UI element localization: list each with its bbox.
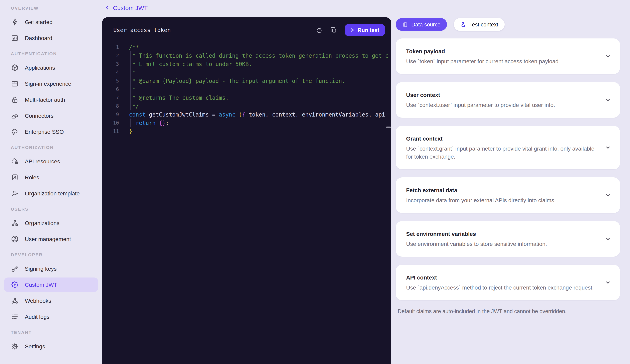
cloud-key-icon: [11, 128, 19, 136]
breadcrumb[interactable]: Custom JWT: [104, 3, 148, 12]
webhook-icon: [11, 297, 19, 305]
chevron-down-icon[interactable]: [605, 192, 611, 198]
jwt-badge-icon: [11, 281, 19, 289]
line-number: 11: [102, 128, 119, 134]
sidebar-item-applications[interactable]: Applications: [4, 60, 98, 75]
card-grant-context[interactable]: Grant contextUse `context.grant` input p…: [396, 126, 620, 170]
code-text: * This function is called during the acc…: [129, 52, 388, 59]
lightning-icon: [11, 18, 19, 26]
line-number: 6: [102, 86, 119, 92]
code-text: const getCustomJwtClaims = async ({ toke…: [129, 111, 385, 118]
sidebar-item-roles[interactable]: Roles: [4, 170, 98, 184]
card-token-payload[interactable]: Token payloadUse `token` input parameter…: [396, 38, 620, 74]
card-api-context[interactable]: API contextUse `api.denyAccess` method t…: [396, 265, 620, 300]
sidebar-item-label: Audit logs: [25, 314, 50, 320]
panel-tabs: Data source Test context: [396, 18, 620, 31]
sidebar-item-signing-keys[interactable]: Signing keys: [4, 262, 98, 276]
sidebar-item-label: Applications: [25, 64, 55, 71]
role-badge-icon: [11, 174, 19, 182]
copy-icon: [330, 26, 337, 34]
code-line: 3 * Limit custom claims to under 50KB.: [102, 60, 391, 68]
card-user-context[interactable]: User contextUse `context.user` input par…: [396, 82, 620, 118]
refresh-button[interactable]: [315, 26, 322, 34]
custom-jwt-page: OVERVIEWGet startedDashboardAUTHENTICATI…: [0, 0, 630, 364]
code-text: * Limit custom claims to under 50KB.: [129, 61, 252, 67]
sidebar-item-connectors[interactable]: Connectors: [4, 108, 98, 123]
card-set-environment-variables[interactable]: Set environment variablesUse environment…: [396, 221, 620, 257]
sidebar-item-label: Enterprise SSO: [25, 128, 64, 135]
code-editor-panel: User access token Run test 1/**2 * This …: [102, 17, 391, 364]
tab-label: Test context: [470, 22, 498, 28]
user-circle-icon: [11, 235, 19, 243]
tab-test-context[interactable]: Test context: [454, 18, 505, 31]
sidebar-item-label: Connectors: [25, 112, 54, 119]
tab-data-source[interactable]: Data source: [396, 18, 447, 31]
line-number: 5: [102, 78, 119, 84]
code-area[interactable]: 1/**2 * This function is called during t…: [102, 43, 391, 364]
org-tree-icon: [11, 219, 19, 227]
sidebar-section-overview: OVERVIEWGet startedDashboard: [0, 5, 102, 45]
sidebar-section-authentication: AUTHENTICATIONApplicationsSign-in experi…: [0, 51, 102, 139]
sidebar-item-organization-template[interactable]: Organization template: [4, 186, 98, 200]
data-source-cards: Token payloadUse `token` input parameter…: [396, 38, 620, 300]
sidebar-section-label: TENANT: [11, 330, 95, 335]
sidebar-section-label: OVERVIEW: [11, 5, 95, 11]
sidebar-item-custom-jwt[interactable]: Custom JWT: [4, 278, 98, 292]
line-number: 2: [102, 52, 119, 58]
sidebar-item-label: User management: [25, 236, 71, 242]
chevron-down-icon[interactable]: [605, 279, 611, 286]
sidebar-item-label: API resources: [25, 158, 60, 164]
indent-guide: [130, 118, 130, 127]
code-line: 8 */: [102, 102, 391, 110]
sidebar-item-dashboard[interactable]: Dashboard: [4, 31, 98, 45]
card-title: Fetch external data: [406, 186, 598, 194]
sidebar-section-users: USERSOrganizationsUser management: [0, 206, 102, 246]
code-line: 7 * @returns The custom claims.: [102, 93, 391, 102]
copy-button[interactable]: [330, 26, 337, 34]
lock-icon: [11, 96, 19, 104]
chevron-down-icon[interactable]: [605, 53, 611, 60]
sidebar-item-user-management[interactable]: User management: [4, 232, 98, 246]
sidebar-item-organizations[interactable]: Organizations: [4, 216, 98, 230]
sidebar-item-sign-in-experience[interactable]: Sign-in experience: [4, 76, 98, 91]
indent-guide: [130, 51, 130, 110]
chevron-down-icon[interactable]: [605, 97, 611, 103]
sidebar-item-label: Organization template: [25, 190, 80, 196]
card-description: Use `context.user` input parameter to pr…: [406, 101, 598, 109]
code-text: * @returns The custom claims.: [129, 94, 229, 101]
run-test-label: Run test: [358, 27, 379, 33]
sidebar-item-get-started[interactable]: Get started: [4, 15, 98, 29]
panel-footer-note: Default claims are auto-included in the …: [396, 308, 620, 314]
sidebar-item-enterprise-sso[interactable]: Enterprise SSO: [4, 124, 98, 139]
breadcrumb-label[interactable]: Custom JWT: [113, 4, 148, 11]
sidebar-item-label: Multi-factor auth: [25, 96, 65, 103]
cube-icon: [11, 64, 19, 72]
sidebar-item-label: Signing keys: [25, 266, 57, 272]
card-title: API context: [406, 274, 598, 282]
sidebar-section-label: AUTHENTICATION: [11, 51, 95, 56]
line-number: 8: [102, 103, 119, 109]
code-text: return {};: [129, 120, 169, 126]
sidebar-item-multi-factor-auth[interactable]: Multi-factor auth: [4, 92, 98, 107]
browser-icon: [11, 80, 19, 88]
card-title: Set environment variables: [406, 230, 598, 238]
card-description: Use `api.denyAccess` method to reject th…: [406, 284, 598, 292]
editor-scrollbar[interactable]: [386, 43, 391, 364]
chevron-down-icon[interactable]: [605, 236, 611, 242]
editor-header: User access token Run test: [102, 17, 391, 43]
sidebar-item-webhooks[interactable]: Webhooks: [4, 294, 98, 308]
sidebar-item-settings[interactable]: Settings: [4, 339, 98, 354]
code-text: }: [129, 128, 132, 134]
connectors-icon: [11, 112, 19, 120]
scrollbar-thumb[interactable]: [386, 126, 391, 128]
chevron-down-icon[interactable]: [605, 144, 611, 151]
line-number: 7: [102, 94, 119, 100]
sidebar-item-audit-logs[interactable]: Audit logs: [4, 310, 98, 324]
flask-icon: [460, 22, 466, 28]
data-source-panel: Data source Test context Token payloadUs…: [396, 18, 620, 314]
sidebar-item-api-resources[interactable]: API resources: [4, 154, 98, 168]
card-fetch-external-data[interactable]: Fetch external dataIncorporate data from…: [396, 178, 620, 213]
code-text: *: [129, 69, 136, 76]
run-test-button[interactable]: Run test: [345, 24, 385, 36]
sidebar-item-label: Get started: [25, 19, 53, 25]
